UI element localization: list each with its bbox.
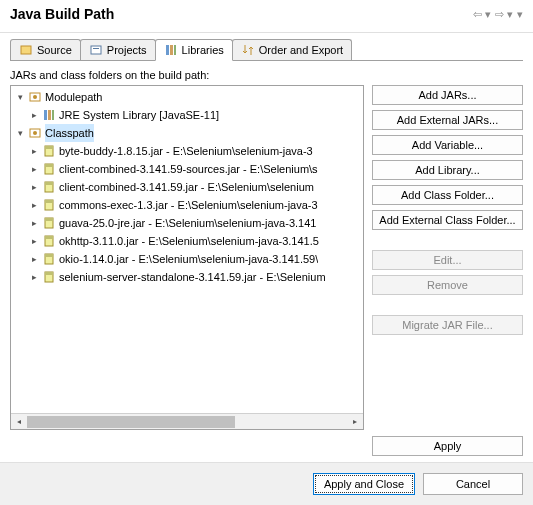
classpath-icon (27, 125, 43, 141)
svg-rect-26 (45, 254, 53, 257)
remove-button: Remove (372, 275, 523, 295)
tabs: Source Projects Libraries Order and Expo… (10, 39, 523, 61)
menu-icon[interactable]: ▾ (517, 8, 523, 21)
edit-button: Edit... (372, 250, 523, 270)
add-jars-button[interactable]: Add JARs... (372, 85, 523, 105)
expand-icon[interactable]: ▸ (27, 196, 41, 214)
node-label: okhttp-3.11.0.jar - E:\Selenium\selenium… (59, 232, 319, 250)
svg-rect-8 (44, 110, 47, 120)
node-label: byte-buddy-1.8.15.jar - E:\Selenium\sele… (59, 142, 313, 160)
svg-point-7 (33, 95, 37, 99)
svg-rect-3 (166, 45, 169, 55)
forward-icon[interactable]: ⇨ ▾ (495, 8, 513, 21)
expand-icon[interactable]: ▸ (27, 160, 41, 178)
apply-button[interactable]: Apply (372, 436, 523, 456)
scroll-right-icon[interactable]: ▸ (347, 414, 363, 430)
tree-node-jar[interactable]: ▸guava-25.0-jre.jar - E:\Selenium\seleni… (13, 214, 361, 232)
svg-point-12 (33, 131, 37, 135)
svg-rect-9 (48, 110, 51, 120)
expand-icon[interactable]: ▸ (27, 232, 41, 250)
svg-rect-24 (45, 236, 53, 239)
node-label: Classpath (45, 124, 94, 142)
tree-node-jre[interactable]: ▸ JRE System Library [JavaSE-11] (13, 106, 361, 124)
tab-order[interactable]: Order and Export (232, 39, 352, 60)
expand-icon[interactable]: ▸ (27, 106, 41, 124)
tree-node-jar[interactable]: ▸client-combined-3.141.59.jar - E:\Selen… (13, 178, 361, 196)
horizontal-scrollbar[interactable]: ◂ ▸ (11, 413, 363, 429)
svg-rect-28 (45, 272, 53, 275)
svg-rect-10 (52, 110, 54, 120)
expand-icon[interactable]: ▸ (27, 214, 41, 232)
expand-icon[interactable]: ▸ (27, 250, 41, 268)
tree-node-modulepath[interactable]: ▾ Modulepath (13, 88, 361, 106)
svg-rect-18 (45, 182, 53, 185)
node-label: Modulepath (45, 88, 103, 106)
page-title: Java Build Path (10, 6, 473, 22)
svg-rect-20 (45, 200, 53, 203)
node-label: commons-exec-1.3.jar - E:\Selenium\selen… (59, 196, 318, 214)
tree-node-jar[interactable]: ▸commons-exec-1.3.jar - E:\Selenium\sele… (13, 196, 361, 214)
node-label: JRE System Library [JavaSE-11] (59, 106, 219, 124)
cancel-button[interactable]: Cancel (423, 473, 523, 495)
node-label: okio-1.14.0.jar - E:\Selenium\selenium-j… (59, 250, 318, 268)
svg-rect-16 (45, 164, 53, 167)
subtitle: JARs and class folders on the build path… (10, 69, 523, 81)
libraries-icon (164, 43, 178, 57)
module-icon (27, 89, 43, 105)
jar-icon (41, 269, 57, 285)
expand-icon[interactable]: ▸ (27, 142, 41, 160)
add-external-jars-button[interactable]: Add External JARs... (372, 110, 523, 130)
expand-icon[interactable]: ▸ (27, 268, 41, 286)
add-class-folder-button[interactable]: Add Class Folder... (372, 185, 523, 205)
tab-label: Source (37, 44, 72, 56)
svg-rect-14 (45, 146, 53, 149)
tree-node-jar[interactable]: ▸byte-buddy-1.8.15.jar - E:\Selenium\sel… (13, 142, 361, 160)
jar-icon (41, 251, 57, 267)
scroll-thumb[interactable] (27, 416, 235, 428)
node-label: selenium-server-standalone-3.141.59.jar … (59, 268, 326, 286)
tab-projects[interactable]: Projects (80, 39, 156, 60)
svg-rect-4 (170, 45, 173, 55)
svg-rect-1 (91, 46, 101, 54)
dialog-footer: Apply and Close Cancel (0, 462, 533, 505)
tab-libraries[interactable]: Libraries (155, 39, 233, 61)
tab-label: Order and Export (259, 44, 343, 56)
tab-source[interactable]: Source (10, 39, 81, 60)
jar-icon (41, 161, 57, 177)
tree-node-jar[interactable]: ▸okhttp-3.11.0.jar - E:\Selenium\seleniu… (13, 232, 361, 250)
tree-node-jar[interactable]: ▸okio-1.14.0.jar - E:\Selenium\selenium-… (13, 250, 361, 268)
add-variable-button[interactable]: Add Variable... (372, 135, 523, 155)
library-icon (41, 107, 57, 123)
node-label: client-combined-3.141.59.jar - E:\Seleni… (59, 178, 314, 196)
jar-icon (41, 197, 57, 213)
button-column: Add JARs... Add External JARs... Add Var… (372, 85, 523, 430)
expand-icon[interactable]: ▸ (27, 178, 41, 196)
node-label: client-combined-3.141.59-sources.jar - E… (59, 160, 318, 178)
expand-icon[interactable]: ▾ (13, 124, 27, 142)
back-icon[interactable]: ⇦ ▾ (473, 8, 491, 21)
classpath-tree[interactable]: ▾ Modulepath ▸ JRE System Library [JavaS… (11, 86, 363, 413)
svg-rect-2 (93, 48, 99, 49)
tree-node-classpath[interactable]: ▾ Classpath (13, 124, 361, 142)
node-label: guava-25.0-jre.jar - E:\Selenium\seleniu… (59, 214, 316, 232)
tab-label: Projects (107, 44, 147, 56)
add-external-class-folder-button[interactable]: Add External Class Folder... (372, 210, 523, 230)
scroll-track[interactable] (27, 416, 347, 428)
scroll-left-icon[interactable]: ◂ (11, 414, 27, 430)
tree-node-jar[interactable]: ▸client-combined-3.141.59-sources.jar - … (13, 160, 361, 178)
svg-rect-5 (174, 45, 176, 55)
tree-node-jar[interactable]: ▸selenium-server-standalone-3.141.59.jar… (13, 268, 361, 286)
apply-and-close-button[interactable]: Apply and Close (313, 473, 415, 495)
add-library-button[interactable]: Add Library... (372, 160, 523, 180)
expand-icon[interactable]: ▾ (13, 88, 27, 106)
svg-rect-0 (21, 46, 31, 54)
order-icon (241, 43, 255, 57)
jar-icon (41, 143, 57, 159)
tab-label: Libraries (182, 44, 224, 56)
jar-icon (41, 179, 57, 195)
projects-icon (89, 43, 103, 57)
nav-history: ⇦ ▾ ⇨ ▾ ▾ (473, 8, 523, 21)
source-icon (19, 43, 33, 57)
svg-rect-22 (45, 218, 53, 221)
jar-icon (41, 233, 57, 249)
